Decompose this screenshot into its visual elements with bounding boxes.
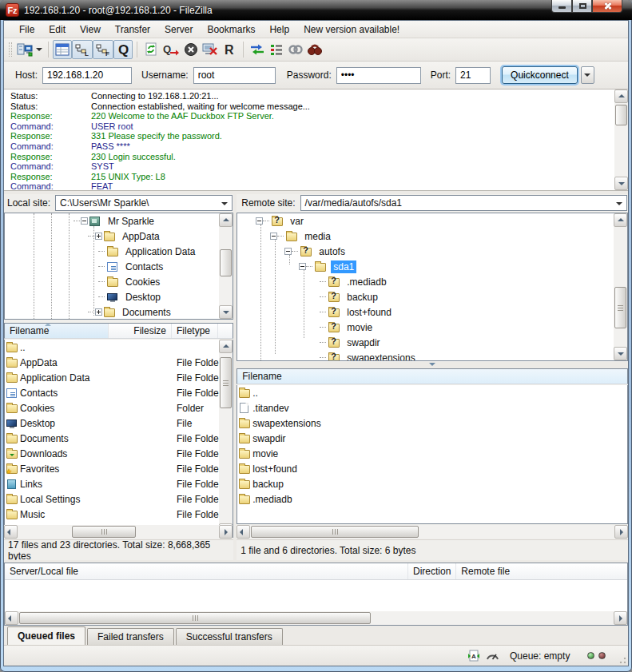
column-filetype[interactable]: Filetype bbox=[172, 324, 218, 338]
file-row[interactable]: DocumentsFile Folder bbox=[5, 431, 233, 446]
process-queue-button[interactable]: Q bbox=[161, 40, 181, 59]
tree-item[interactable]: sda1 bbox=[237, 259, 627, 274]
tree-item[interactable]: Documents bbox=[5, 304, 233, 320]
file-row[interactable]: LinksFile Folder bbox=[5, 476, 233, 491]
menu-new-version[interactable]: New version available! bbox=[296, 22, 407, 37]
tree-item[interactable]: AppData bbox=[5, 229, 233, 244]
file-row[interactable]: DownloadsFile Folder bbox=[5, 446, 233, 461]
collapse-icon[interactable] bbox=[284, 248, 292, 255]
tab-queued-files[interactable]: Queued files bbox=[7, 626, 85, 645]
scrollbar-thumb[interactable] bbox=[614, 287, 626, 328]
collapse-splitter[interactable] bbox=[237, 362, 628, 368]
close-button[interactable] bbox=[592, 0, 622, 13]
toggle-local-tree-button[interactable]: L bbox=[72, 40, 93, 59]
file-row[interactable]: .. bbox=[5, 340, 233, 355]
site-manager-dropdown-icon[interactable] bbox=[36, 48, 42, 54]
queue-hscrollbar[interactable] bbox=[5, 611, 627, 625]
scrollbar-thumb[interactable] bbox=[615, 105, 627, 125]
column-direction[interactable]: Direction bbox=[408, 563, 456, 579]
menu-transfer[interactable]: Transfer bbox=[108, 22, 157, 37]
file-row[interactable]: backup bbox=[237, 476, 627, 491]
file-row[interactable]: Application DataFile Folder bbox=[5, 370, 233, 385]
refresh-button[interactable] bbox=[141, 40, 161, 59]
local-list-hscrollbar[interactable] bbox=[4, 525, 233, 539]
tree-item[interactable]: Mr Sparkle bbox=[5, 213, 233, 229]
collapse-icon[interactable] bbox=[299, 263, 306, 270]
file-row[interactable]: CookiesFolder bbox=[5, 400, 233, 416]
file-row[interactable]: Local SettingsFile Folder bbox=[5, 491, 233, 507]
tree-item[interactable]: var bbox=[237, 213, 627, 229]
quickconnect-dropdown-button[interactable] bbox=[581, 66, 594, 84]
scrollbar-thumb[interactable] bbox=[220, 249, 232, 276]
file-row[interactable]: AppDataFile Folder bbox=[5, 355, 233, 370]
file-row[interactable]: movie bbox=[237, 446, 627, 461]
scrollbar-thumb[interactable] bbox=[220, 357, 232, 408]
menu-bookmarks[interactable]: Bookmarks bbox=[200, 22, 262, 37]
tree-item[interactable]: backup bbox=[237, 289, 627, 304]
password-input[interactable] bbox=[336, 67, 421, 84]
collapse-icon[interactable] bbox=[81, 217, 88, 225]
file-row[interactable]: .titandev bbox=[237, 400, 627, 416]
column-server-local-file[interactable]: Server/Local file bbox=[5, 563, 408, 579]
menu-server[interactable]: Server bbox=[157, 22, 200, 37]
tree-item[interactable]: autofs bbox=[237, 244, 627, 259]
toggle-message-log-button[interactable] bbox=[53, 40, 72, 59]
file-row[interactable]: swapextensions bbox=[237, 416, 627, 431]
tab-successful-transfers[interactable]: Successful transfers bbox=[176, 628, 283, 645]
expand-icon[interactable] bbox=[95, 308, 102, 316]
local-list-scrollbar[interactable] bbox=[219, 340, 233, 537]
title-bar[interactable]: Fz 192.168.1.20 - root@192.168.1.20 - Fi… bbox=[0, 0, 632, 20]
file-row[interactable]: .mediadb bbox=[237, 491, 627, 507]
local-tree-scrollbar[interactable] bbox=[219, 213, 233, 319]
cancel-button[interactable] bbox=[181, 40, 201, 59]
tree-item[interactable]: swapdir bbox=[237, 335, 627, 350]
remote-tree-scrollbar[interactable] bbox=[614, 213, 627, 360]
transfer-type-icon[interactable]: A bbox=[467, 650, 480, 662]
remote-site-combobox[interactable]: /var/media/autofs/sda1 bbox=[300, 195, 627, 211]
log-scrollbar[interactable] bbox=[614, 89, 628, 190]
directory-filter-button[interactable] bbox=[267, 40, 286, 59]
tree-item[interactable]: lost+found bbox=[237, 304, 627, 320]
port-input[interactable] bbox=[455, 67, 491, 84]
column-remote-file[interactable]: Remote file bbox=[456, 563, 627, 579]
reconnect-button[interactable]: R bbox=[220, 40, 239, 59]
scroll-down-arrow[interactable] bbox=[614, 177, 628, 190]
menu-edit[interactable]: Edit bbox=[42, 22, 73, 37]
file-row[interactable]: DesktopFile bbox=[5, 416, 233, 431]
tree-item[interactable]: movie bbox=[237, 320, 627, 335]
compare-directories-button[interactable] bbox=[248, 40, 267, 59]
tree-item[interactable]: Desktop bbox=[5, 289, 233, 304]
file-row[interactable]: ContactsFile Folder bbox=[5, 385, 233, 400]
scroll-up-arrow[interactable] bbox=[614, 89, 628, 103]
toggle-remote-tree-button[interactable]: F bbox=[93, 40, 113, 59]
find-files-button[interactable] bbox=[305, 40, 324, 59]
username-input[interactable] bbox=[193, 67, 276, 84]
file-row[interactable]: FavoritesFile Folder bbox=[5, 461, 233, 476]
menu-file[interactable]: File bbox=[12, 22, 42, 37]
file-row[interactable]: .. bbox=[237, 385, 627, 400]
maximize-button[interactable] bbox=[572, 0, 592, 13]
host-input[interactable] bbox=[42, 67, 132, 84]
speed-limits-icon[interactable] bbox=[486, 650, 499, 662]
column-filename[interactable]: Filename bbox=[5, 324, 109, 338]
tree-item[interactable]: swapextensions bbox=[237, 350, 627, 361]
tree-item[interactable]: Contacts bbox=[5, 259, 233, 274]
tree-item[interactable]: Application Data bbox=[5, 244, 233, 259]
scrollbar-thumb[interactable] bbox=[72, 526, 136, 538]
column-filename[interactable]: Filename bbox=[237, 369, 627, 384]
toggle-queue-button[interactable]: Q bbox=[113, 40, 133, 59]
collapse-icon[interactable] bbox=[270, 233, 277, 240]
toolbar-grip[interactable] bbox=[9, 42, 12, 57]
remote-list-hscrollbar[interactable] bbox=[237, 525, 628, 539]
tree-item[interactable]: media bbox=[237, 229, 627, 244]
synchronized-browsing-button[interactable] bbox=[286, 40, 305, 59]
disconnect-button[interactable] bbox=[201, 40, 220, 59]
tree-item[interactable]: .mediadb bbox=[237, 274, 627, 289]
file-row[interactable]: MusicFile Folder bbox=[5, 507, 233, 522]
column-filesize[interactable]: Filesize bbox=[109, 324, 172, 338]
tab-failed-transfers[interactable]: Failed transfers bbox=[87, 628, 174, 645]
quickconnect-button[interactable]: Quickconnect bbox=[502, 66, 578, 84]
site-manager-button[interactable] bbox=[15, 40, 34, 59]
resize-grip[interactable] bbox=[617, 654, 626, 664]
selected-tree-item[interactable]: sda1 bbox=[331, 260, 356, 273]
